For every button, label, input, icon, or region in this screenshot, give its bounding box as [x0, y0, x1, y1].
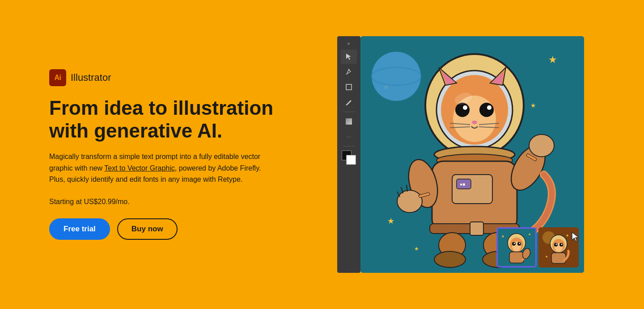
free-trial-button[interactable]: Free trial — [49, 218, 110, 240]
svg-rect-75 — [551, 253, 566, 263]
svg-point-44 — [529, 134, 554, 157]
svg-point-73 — [556, 244, 557, 245]
svg-text:★: ★ — [548, 54, 557, 65]
illustration-area: ★ ★ ★ ★ ★ ★ — [360, 36, 584, 273]
right-content: » — [326, 0, 595, 309]
svg-point-21 — [455, 103, 470, 117]
thumbnail-1[interactable]: ★ ★ — [496, 227, 537, 267]
svg-rect-2 — [346, 84, 352, 90]
background-color — [346, 155, 356, 165]
ai-product-icon: Ai — [49, 69, 66, 86]
buy-now-button[interactable]: Buy now — [117, 218, 178, 240]
thumbnail-strip: ★ ★ ★ ★ — [496, 227, 579, 267]
svg-point-22 — [479, 103, 494, 117]
select-tool[interactable] — [341, 50, 357, 64]
color-swatches[interactable] — [342, 150, 356, 165]
brand-name: Illustrator — [71, 72, 111, 84]
more-tools[interactable]: ··· — [341, 129, 357, 144]
pencil-tool[interactable] — [341, 95, 357, 109]
svg-text:★: ★ — [528, 233, 531, 236]
headline: From idea to illustration with generativ… — [49, 97, 300, 142]
svg-text:★: ★ — [530, 102, 536, 109]
svg-point-58 — [514, 243, 515, 244]
price-text: Starting at US$20.99/mo. — [49, 198, 300, 206]
gradient-tool[interactable] — [341, 114, 357, 129]
svg-point-11 — [372, 52, 421, 101]
svg-point-59 — [519, 243, 521, 244]
svg-rect-37 — [470, 222, 483, 235]
svg-text:★: ★ — [501, 234, 504, 238]
svg-text:★: ★ — [414, 246, 419, 252]
svg-point-25 — [472, 121, 477, 124]
svg-point-47 — [434, 251, 466, 267]
svg-rect-60 — [509, 252, 524, 263]
text-to-vector-link[interactable]: Text to Vector Graphic — [104, 164, 174, 172]
description: Magically transform a simple text prompt… — [49, 151, 277, 185]
svg-point-24 — [487, 105, 491, 110]
svg-point-74 — [561, 244, 563, 245]
svg-rect-3 — [346, 118, 352, 125]
svg-point-1 — [348, 69, 350, 71]
toolbar-separator-2 — [343, 146, 355, 146]
illustrator-toolbar: » — [337, 36, 360, 273]
left-content: Ai Illustrator From idea to illustration… — [49, 69, 300, 240]
mouse-cursor-icon — [572, 232, 580, 242]
cta-row: Free trial Buy now — [49, 218, 300, 240]
pen-tool[interactable] — [341, 65, 357, 79]
brand-row: Ai Illustrator — [49, 69, 300, 86]
svg-text:★: ★ — [566, 234, 569, 238]
page-wrapper: Ai Illustrator From idea to illustration… — [0, 0, 644, 309]
svg-text:●■: ●■ — [460, 182, 465, 187]
toolbar-separator-1 — [343, 112, 355, 112]
toolbar-expand-icon[interactable]: » — [347, 41, 350, 46]
svg-marker-0 — [346, 54, 351, 60]
svg-text:★: ★ — [387, 217, 394, 225]
shape-tool[interactable] — [341, 80, 357, 94]
ai-icon-text: Ai — [55, 74, 61, 82]
svg-point-23 — [463, 105, 467, 110]
svg-point-39 — [397, 190, 422, 213]
svg-text:★: ★ — [545, 255, 548, 258]
